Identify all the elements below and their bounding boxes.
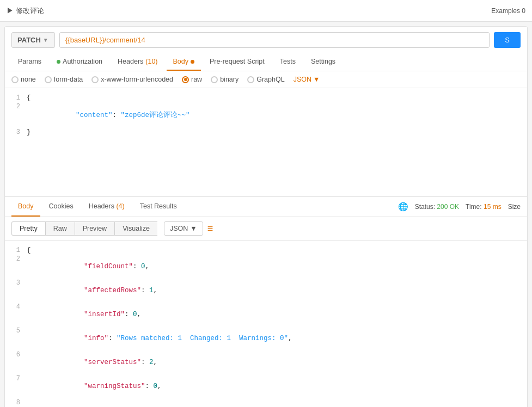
radio-binary <box>211 76 218 83</box>
code-line-2: 2 "content": "zep6de评论评论~~" <box>5 102 527 128</box>
url-input[interactable] <box>59 32 490 48</box>
method-select[interactable]: PATCH ▼ <box>11 32 55 48</box>
response-tab-body[interactable]: Body <box>11 197 40 217</box>
tab-body[interactable]: Body <box>167 53 201 71</box>
authorization-dot <box>57 60 60 64</box>
body-dot <box>191 60 194 64</box>
top-bar: ▶ 修改评论 Examples 0 <box>0 0 532 22</box>
time-label: Time: 15 ms <box>466 203 502 211</box>
resp-line-6: 6 "serverStatus": 2, <box>5 350 527 374</box>
method-arrow-icon: ▼ <box>43 37 48 43</box>
body-type-none[interactable]: none <box>11 76 36 83</box>
tab-headers[interactable]: Headers (10) <box>111 53 164 71</box>
url-bar: PATCH ▼ S <box>5 27 527 53</box>
response-tab-headers[interactable]: Headers (4) <box>82 197 131 217</box>
tab-tests[interactable]: Tests <box>273 53 302 71</box>
radio-none <box>11 76 19 83</box>
code-line-3: 3 } <box>5 128 527 137</box>
method-label: PATCH <box>17 36 41 44</box>
body-type-binary[interactable]: binary <box>211 76 239 83</box>
response-tab-test-results[interactable]: Test Results <box>133 197 184 217</box>
resp-line-3: 3 "affectedRows": 1, <box>5 279 527 303</box>
body-type-form-data[interactable]: form-data <box>45 76 83 83</box>
response-body-viewer: 1 { 2 "fieldCount": 0, 3 "affectedRows":… <box>5 240 527 407</box>
response-format-dropdown[interactable]: JSON ▼ <box>164 221 203 236</box>
wrap-icon: ≡ <box>207 223 213 235</box>
resp-line-1: 1 { <box>5 246 527 255</box>
resp-line-5: 5 "info": "Rows matched: 1 Changed: 1 Wa… <box>5 326 527 350</box>
radio-raw <box>182 76 189 83</box>
page-title: ▶ 修改评论 <box>7 6 491 16</box>
view-tab-preview[interactable]: Preview <box>75 221 114 236</box>
title-icon: ▶ <box>7 7 14 15</box>
code-line-1: 1 { <box>5 94 527 102</box>
view-tab-raw[interactable]: Raw <box>45 221 75 236</box>
body-type-options: none form-data x-www-form-urlencoded raw… <box>5 71 527 88</box>
wrap-lines-button[interactable]: ≡ <box>207 223 213 235</box>
resp-line-2: 2 "fieldCount": 0, <box>5 255 527 279</box>
tab-authorization[interactable]: Authorization <box>50 53 109 71</box>
request-tabs: Params Authorization Headers (10) Body P… <box>5 53 527 71</box>
resp-line-7: 7 "warningStatus": 0, <box>5 374 527 398</box>
radio-form-data <box>45 76 52 83</box>
response-section: Body Cookies Headers (4) Test Results 🌐 … <box>5 197 527 407</box>
request-body-editor[interactable]: 1 { 2 "content": "zep6de评论评论~~" 3 } <box>5 88 527 197</box>
tab-prerequest[interactable]: Pre-request Script <box>203 53 271 71</box>
size-label: Size <box>508 203 521 211</box>
body-type-graphql[interactable]: GraphQL <box>247 76 284 83</box>
examples-button[interactable]: Examples 0 <box>491 7 525 15</box>
dropdown-arrow-icon: ▼ <box>313 76 320 83</box>
view-tab-visualize[interactable]: Visualize <box>114 221 157 236</box>
tab-settings[interactable]: Settings <box>304 53 342 71</box>
body-type-raw[interactable]: raw <box>182 76 202 83</box>
radio-graphql <box>247 76 254 83</box>
response-status-bar: 🌐 Status: 200 OK Time: 15 ms Size <box>398 202 521 212</box>
view-tabs: Pretty Raw Preview Visualize JSON ▼ ≡ <box>5 217 527 240</box>
globe-icon: 🌐 <box>398 202 408 212</box>
send-button[interactable]: S <box>494 32 521 48</box>
tab-params[interactable]: Params <box>11 53 48 71</box>
resp-line-4: 4 "insertId": 0, <box>5 303 527 326</box>
status-label: Status: 200 OK <box>415 203 459 211</box>
response-tab-cookies[interactable]: Cookies <box>42 197 80 217</box>
view-tab-pretty[interactable]: Pretty <box>11 221 45 236</box>
json-format-dropdown[interactable]: JSON ▼ <box>293 76 320 83</box>
main-panel: PATCH ▼ S Params Authorization Headers (… <box>4 26 528 407</box>
radio-urlencoded <box>91 76 99 83</box>
format-arrow-icon: ▼ <box>190 225 197 232</box>
resp-line-8: 8 "changedRows": 1 <box>5 398 527 407</box>
body-type-urlencoded[interactable]: x-www-form-urlencoded <box>91 76 173 83</box>
response-tabs: Body Cookies Headers (4) Test Results 🌐 … <box>5 197 527 217</box>
